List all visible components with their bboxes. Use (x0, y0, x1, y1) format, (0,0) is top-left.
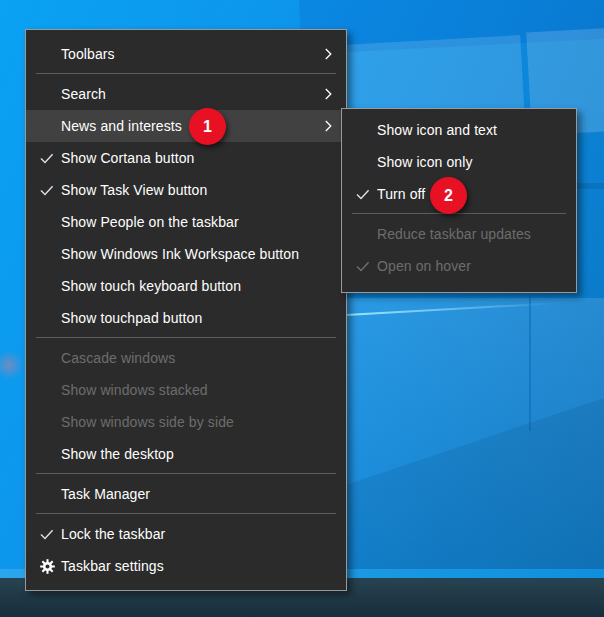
menu-item-label: Search (61, 86, 325, 102)
menu-item-lock-the-taskbar[interactable]: Lock the taskbar (26, 518, 346, 550)
menu-item-show-touchpad-button[interactable]: Show touchpad button (26, 302, 346, 334)
chevron-right-icon (325, 120, 332, 132)
menu-item-label: Show windows stacked (61, 382, 346, 398)
step-1-badge: 1 (189, 108, 226, 145)
menu-item-show-windows-ink-workspace-button[interactable]: Show Windows Ink Workspace button (26, 238, 346, 270)
menu-item-label: Show Task View button (61, 182, 346, 198)
menu-item-show-windows-stacked: Show windows stacked (26, 374, 346, 406)
menu-item-label: Show windows side by side (61, 414, 346, 430)
menu-separator (352, 213, 566, 214)
chevron-right-icon (325, 48, 332, 60)
menu-item-label: Toolbars (61, 46, 325, 62)
menu-item-show-windows-side-by-side: Show windows side by side (26, 406, 346, 438)
menu-item-label: Show touch keyboard button (61, 278, 346, 294)
menu-item-label: Show Windows Ink Workspace button (61, 246, 346, 262)
checkmark-icon (350, 261, 376, 272)
menu-item-label: Show the desktop (61, 446, 346, 462)
submenu-item-show-icon-only[interactable]: Show icon only (342, 146, 576, 178)
menu-item-show-cortana-button[interactable]: Show Cortana button (26, 142, 346, 174)
menu-item-label: Taskbar settings (61, 558, 346, 574)
wallpaper-pane-divider (577, 183, 604, 189)
menu-item-show-task-view-button[interactable]: Show Task View button (26, 174, 346, 206)
wallpaper-smudge (0, 350, 24, 380)
submenu-item-reduce-taskbar-updates: Reduce taskbar updates (342, 218, 576, 250)
wallpaper-pane-divider (529, 296, 531, 431)
menu-item-task-manager[interactable]: Task Manager (26, 478, 346, 510)
menu-separator (36, 473, 336, 474)
checkmark-icon (350, 189, 376, 200)
checkmark-icon (34, 529, 60, 540)
menu-item-label: Show People on the taskbar (61, 214, 346, 230)
menu-item-label: Cascade windows (61, 350, 346, 366)
menu-separator (36, 513, 336, 514)
menu-item-label: Lock the taskbar (61, 526, 346, 542)
menu-item-label: Open on hover (377, 258, 576, 274)
menu-item-label: Show Cortana button (61, 150, 346, 166)
menu-item-news-and-interests[interactable]: News and interests (26, 110, 346, 142)
checkmark-icon (34, 185, 60, 196)
chevron-right-icon (325, 88, 332, 100)
menu-separator (36, 337, 336, 338)
menu-item-search[interactable]: Search (26, 78, 346, 110)
submenu-item-open-on-hover: Open on hover (342, 250, 576, 282)
menu-item-show-touch-keyboard-button[interactable]: Show touch keyboard button (26, 270, 346, 302)
taskbar-context-menu: Toolbars Search News and interests Show … (25, 29, 347, 591)
menu-separator (36, 73, 336, 74)
gear-icon (34, 559, 60, 574)
menu-item-show-the-desktop[interactable]: Show the desktop (26, 438, 346, 470)
desktop-screen: Toolbars Search News and interests Show … (0, 0, 604, 617)
submenu-item-show-icon-and-text[interactable]: Show icon and text (342, 114, 576, 146)
menu-item-label: Task Manager (61, 486, 346, 502)
step-2-badge: 2 (430, 177, 467, 214)
checkmark-icon (34, 153, 60, 164)
menu-item-label: Show icon only (377, 154, 576, 170)
menu-item-show-people[interactable]: Show People on the taskbar (26, 206, 346, 238)
menu-item-label: Show icon and text (377, 122, 576, 138)
menu-item-toolbars[interactable]: Toolbars (26, 38, 346, 70)
menu-item-cascade-windows: Cascade windows (26, 342, 346, 374)
menu-item-label: Show touchpad button (61, 310, 346, 326)
menu-item-label: Turn off (377, 186, 576, 202)
menu-item-label: Reduce taskbar updates (377, 226, 576, 242)
menu-item-taskbar-settings[interactable]: Taskbar settings (26, 550, 346, 582)
